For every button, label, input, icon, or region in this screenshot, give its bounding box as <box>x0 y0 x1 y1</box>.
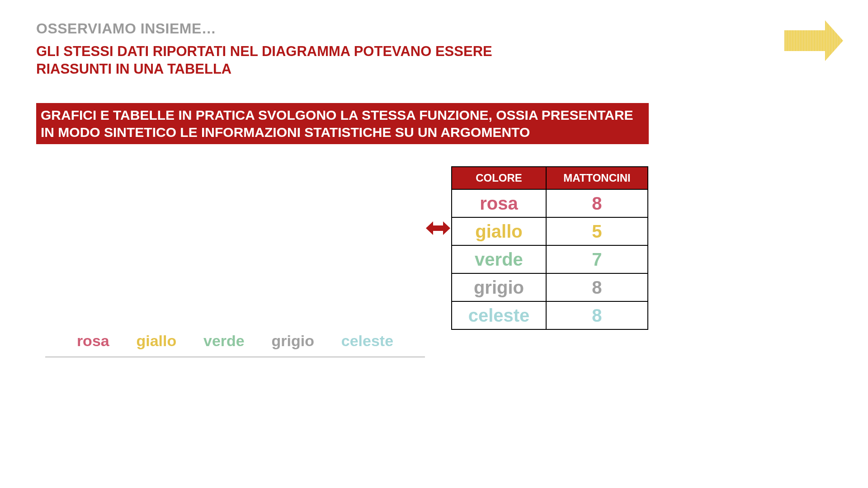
data-table: COLORE MATTONCINI rosa 8 giallo 5 verde … <box>451 166 648 330</box>
cell-value: 8 <box>546 273 648 301</box>
double-arrow-icon <box>426 221 450 235</box>
cell-value: 7 <box>546 245 648 273</box>
header-colore: COLORE <box>452 167 546 189</box>
info-banner: GRAFICI E TABELLE IN PRATICA SVOLGONO LA… <box>36 103 649 144</box>
legend-item: grigio <box>272 332 314 350</box>
next-arrow-icon[interactable] <box>784 20 843 61</box>
svg-marker-4 <box>426 221 450 235</box>
table-row: celeste 8 <box>452 301 648 329</box>
table-row: grigio 8 <box>452 273 648 301</box>
legend-item: rosa <box>77 332 109 350</box>
cell-value: 8 <box>546 189 648 217</box>
legend-bar: rosa giallo verde grigio celeste <box>45 332 425 357</box>
cell-colore: verde <box>452 245 546 273</box>
table-row: giallo 5 <box>452 217 648 245</box>
cell-value: 5 <box>546 217 648 245</box>
header-mattoncini: MATTONCINI <box>546 167 648 189</box>
table-row: rosa 8 <box>452 189 648 217</box>
table-header-row: COLORE MATTONCINI <box>452 167 648 189</box>
cell-colore: grigio <box>452 273 546 301</box>
cell-colore: rosa <box>452 189 546 217</box>
legend-item: celeste <box>341 332 393 350</box>
cell-colore: celeste <box>452 301 546 329</box>
page-subtitle: GLI STESSI DATI RIPORTATI NEL DIAGRAMMA … <box>36 43 511 78</box>
cell-value: 8 <box>546 301 648 329</box>
table-row: verde 7 <box>452 245 648 273</box>
svg-marker-3 <box>784 20 843 61</box>
cell-colore: giallo <box>452 217 546 245</box>
legend-item: giallo <box>136 332 176 350</box>
page-title: OSSERVIAMO INSIEME… <box>36 20 216 37</box>
legend-item: verde <box>203 332 245 350</box>
